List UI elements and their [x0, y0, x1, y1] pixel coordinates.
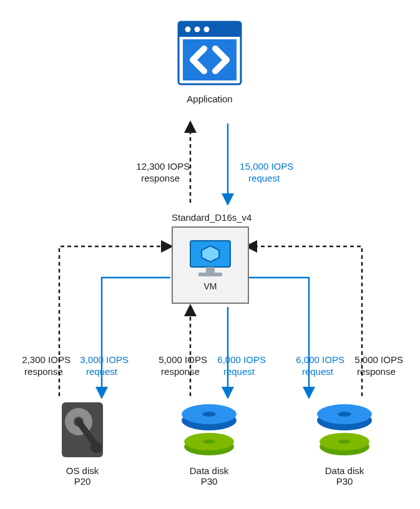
label-app-vm-request: 15,000 IOPSrequest — [235, 148, 293, 184]
os-disk-label-1: OS disk — [45, 465, 120, 476]
vm-title: Standard_D16s_v4 — [172, 212, 248, 223]
label-vm-os-response: 2,300 IOPSresponse — [17, 342, 71, 377]
label-vm-d1-request: 6,000 IOPSrequest — [212, 342, 266, 377]
hard-drive-icon — [60, 400, 105, 459]
data-disk-1-label-2: P30 — [172, 476, 247, 487]
label-vm-d2-response: 5,000 IOPSresponse — [349, 342, 403, 377]
data-disk-1-label-1: Data disk — [172, 465, 247, 476]
data-disk-icon — [179, 400, 239, 459]
svg-point-26 — [338, 412, 351, 417]
label-vm-d1-response: 5,000 IOPSresponse — [154, 342, 207, 377]
data-disk-2-node: Data disk P30 — [307, 400, 382, 487]
svg-point-23 — [338, 440, 351, 444]
svg-point-5 — [204, 27, 210, 32]
vm-node: Standard_D16s_v4 VM — [172, 212, 248, 304]
data-disk-2-label-1: Data disk — [307, 465, 382, 476]
svg-point-3 — [185, 27, 191, 32]
label-vm-os-request: 3,000 IOPSrequest — [75, 342, 129, 377]
svg-marker-10 — [202, 246, 219, 262]
arrow-vm-os-request — [102, 278, 170, 396]
svg-rect-8 — [206, 267, 215, 273]
vm-icon — [188, 239, 232, 278]
application-node: Application — [172, 19, 247, 104]
svg-rect-9 — [198, 273, 222, 276]
application-icon — [175, 19, 244, 87]
data-disk-1-node: Data disk P30 — [172, 400, 247, 487]
vm-label: VM — [204, 281, 217, 291]
arrow-vm-d2-request — [248, 278, 309, 396]
data-disk-icon — [315, 400, 374, 459]
data-disk-2-label-2: P30 — [307, 476, 382, 487]
svg-point-17 — [203, 440, 215, 444]
label-vm-d2-request: 6,000 IOPSrequest — [291, 342, 344, 377]
svg-point-20 — [202, 412, 216, 417]
svg-point-14 — [90, 442, 102, 453]
svg-rect-2 — [178, 34, 241, 37]
label-app-vm-response: 12,300 IOPSresponse — [131, 148, 190, 184]
os-disk-label-2: P20 — [45, 476, 120, 487]
application-label: Application — [172, 94, 247, 104]
svg-point-4 — [195, 27, 200, 32]
os-disk-node: OS disk P20 — [45, 400, 120, 487]
